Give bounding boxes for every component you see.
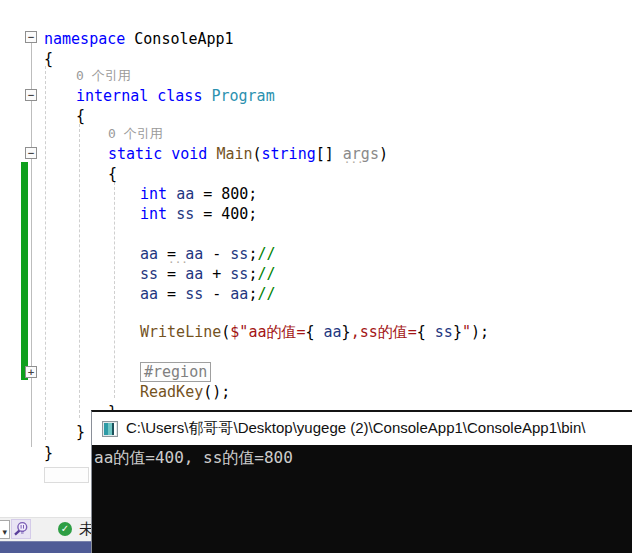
code-token: { [417,323,426,341]
codelens-references: 0 个引用 [76,68,131,84]
code-line: ss = aa + ss;// [140,265,275,283]
code-line: static void Main(string[] args) [108,145,388,163]
code-token: + [203,265,230,283]
chevron-down-icon: ▾ [2,523,9,541]
code-token: ss的值= [360,323,417,341]
fold-plus-icon[interactable]: + [25,366,37,378]
fold-minus-icon[interactable]: − [25,31,37,43]
fold-minus-icon[interactable]: − [25,89,37,101]
code-token: int [140,205,176,223]
fold-minus-icon[interactable]: − [25,147,37,159]
code-token: static [108,145,171,163]
console-window: C:\Users\郁哥哥\Desktop\yugege (2)\ConsoleA… [91,410,632,553]
code-token: namespace [44,30,134,48]
code-line: { [44,50,53,68]
change-tracking-bar [21,162,28,380]
code-token: , [351,323,360,341]
code-line: internal class Program [76,87,275,105]
code-line: { [76,107,85,125]
code-token: aa [230,285,248,303]
code-line: } [44,444,53,462]
code-token: { [108,165,117,183]
console-window-icon [102,421,118,437]
code-token: = 400; [194,205,257,223]
code-token: ss [426,323,453,341]
code-token: 0 个引用 [76,68,131,83]
document-health-indicator[interactable]: ✓ 未 [58,520,94,538]
code-token: = [167,245,176,263]
zoom-level-dropdown[interactable]: ▾ [0,520,10,539]
code-token: } [44,444,53,462]
code-token: aa [176,185,194,203]
code-line: } [76,423,85,441]
code-token: = [158,265,185,283]
code-token: WriteLine [140,323,221,341]
code-line: aa = ss - aa;// [140,285,275,303]
code-token: [] [316,145,343,163]
console-output-line: aa的值=400, ss的值=800 [92,445,632,468]
vs-editor-screenshot: namespace ConsoleApp1{0 个引用internal clas… [0,0,632,553]
indent-guide [45,66,46,440]
code-token: } [342,323,351,341]
code-token: } [453,323,462,341]
console-title-bar[interactable]: C:\Users\郁哥哥\Desktop\yugege (2)\ConsoleA… [92,412,632,445]
code-token: class [157,87,211,105]
code-token: ReadKey [140,383,203,401]
check-circle-icon: ✓ [58,522,72,536]
code-token: " [462,323,471,341]
console-output-area[interactable]: aa的值=400, ss的值=800 [92,445,632,553]
code-token: ( [221,323,230,341]
code-token: Program [211,87,274,105]
code-token: ss [140,265,158,283]
code-token: void [171,145,216,163]
code-token: - [203,285,230,303]
code-token: int [140,185,176,203]
codelens-references: 0 个引用 [108,126,163,142]
indent-guide [114,182,115,398]
code-token: aa [140,245,158,263]
code-token: } [76,423,85,441]
code-token: // [257,265,275,283]
code-token: ss [230,245,248,263]
quick-actions-lightbulb-icon [12,520,30,538]
faint-outline-box [44,467,89,483]
code-token: { [76,107,85,125]
code-token: // [257,285,275,303]
code-line: { [108,165,117,183]
code-line: int aa = 800; [140,185,257,203]
code-token: #region [140,362,211,382]
code-token: ( [253,145,262,163]
code-token: internal [76,87,157,105]
code-line: namespace ConsoleApp1 [44,30,234,48]
code-token: = [158,285,185,303]
code-line: WriteLine($"aa的值={ aa},ss的值={ ss}"); [140,323,489,341]
code-token: (); [203,383,230,401]
code-line: ReadKey(); [140,383,230,401]
indent-guide [79,124,80,418]
code-token: ss [185,285,203,303]
code-token: { [44,50,53,68]
code-token: $" [230,323,248,341]
code-token: args [343,145,379,163]
code-token: // [257,245,275,263]
code-line: aa = aa - ss;// [140,245,275,263]
outline-guide-line [31,43,32,447]
code-token: { [305,323,314,341]
code-token: aa的值= [248,323,305,341]
code-token: ) [379,145,388,163]
code-token: ConsoleApp1 [134,30,233,48]
code-token: aa [140,285,158,303]
code-token: string [262,145,316,163]
console-title-text: C:\Users\郁哥哥\Desktop\yugege (2)\ConsoleA… [126,419,585,438]
code-line: int ss = 400; [140,205,257,223]
code-token: 0 个引用 [108,126,163,141]
code-token: = 800; [194,185,257,203]
code-token: aa [185,265,203,283]
quick-actions-button[interactable] [11,519,31,539]
region-collapsed: #region [140,363,211,381]
code-token: ); [471,323,489,341]
code-token: ss [230,265,248,283]
code-token: aa [315,323,342,341]
code-token: ss [176,205,194,223]
code-token: - [203,245,230,263]
